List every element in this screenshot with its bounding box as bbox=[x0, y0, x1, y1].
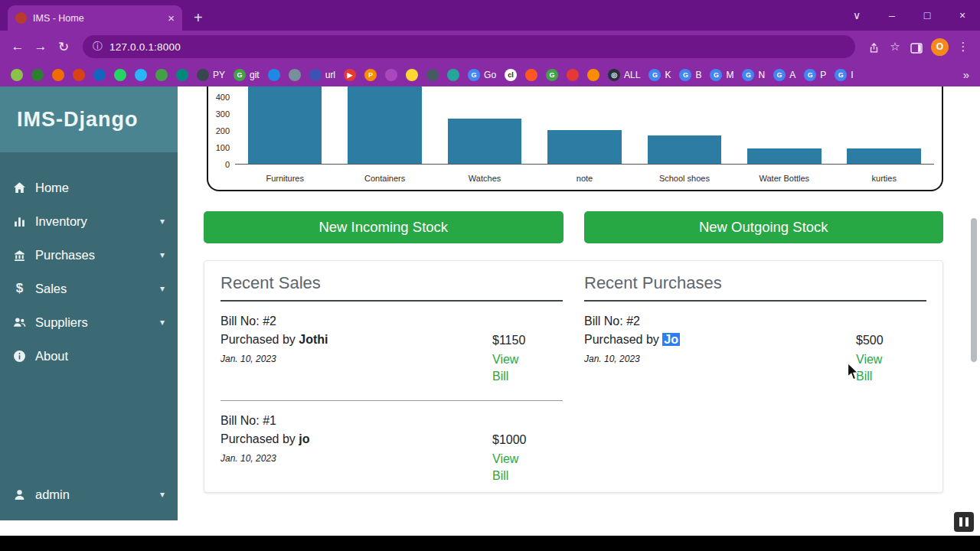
menu-dots-icon[interactable]: ⋮ bbox=[952, 40, 974, 54]
bookmark-item[interactable] bbox=[135, 69, 147, 81]
bookmark-item[interactable]: GI bbox=[835, 69, 853, 81]
forward-icon[interactable]: → bbox=[29, 35, 52, 58]
dollar-icon: $ bbox=[13, 281, 26, 296]
bookmark-item[interactable]: ◎ALL bbox=[608, 69, 640, 81]
sidebar-item-about[interactable]: About bbox=[0, 339, 178, 373]
chart-ytick-label: 300 bbox=[208, 109, 230, 119]
sidebar-item-home[interactable]: Home bbox=[0, 171, 178, 204]
tab-close-icon[interactable]: × bbox=[168, 12, 175, 24]
bookmark-item[interactable] bbox=[525, 69, 537, 81]
bookmark-favicon-icon: G bbox=[773, 69, 786, 81]
bookmark-item[interactable] bbox=[52, 69, 64, 81]
sidebar-item-admin[interactable]: admin ▾ bbox=[0, 478, 178, 511]
bookmark-item[interactable]: ▶ bbox=[344, 69, 356, 81]
chart-category-label: School shoes bbox=[635, 174, 734, 183]
sidebar-item-label: Suppliers bbox=[35, 315, 88, 330]
bookmark-favicon-icon: ▶ bbox=[344, 69, 356, 81]
bookmark-item[interactable]: P bbox=[364, 69, 377, 81]
bookmark-favicon-icon: G bbox=[710, 69, 722, 81]
bookmark-item[interactable] bbox=[155, 69, 168, 81]
maximize-icon[interactable]: □ bbox=[910, 9, 945, 21]
close-icon[interactable]: × bbox=[945, 9, 980, 21]
address-bar[interactable]: ⓘ 127.0.0.1:8000 bbox=[83, 35, 855, 58]
bookmark-favicon-icon bbox=[268, 69, 280, 81]
bookmark-item[interactable] bbox=[176, 69, 188, 81]
chart-category-label: Furnitures bbox=[235, 174, 335, 183]
minimize-icon[interactable]: – bbox=[874, 9, 910, 21]
bookmark-item[interactable] bbox=[93, 69, 106, 81]
bookmark-item[interactable] bbox=[11, 69, 23, 81]
bookmark-item[interactable] bbox=[385, 69, 397, 81]
bookmark-item[interactable] bbox=[289, 69, 301, 81]
bookmark-item[interactable]: G bbox=[546, 69, 558, 81]
bookmark-favicon-icon bbox=[52, 69, 64, 81]
chart-bar bbox=[448, 119, 522, 164]
bookmark-item[interactable]: GGo bbox=[468, 69, 496, 81]
sidebar-item-suppliers[interactable]: Suppliers ▾ bbox=[0, 305, 178, 339]
side-panel-icon[interactable] bbox=[906, 40, 927, 53]
bookmark-favicon-icon bbox=[289, 69, 301, 81]
bookmark-item[interactable] bbox=[567, 69, 579, 81]
bookmark-label: ALL bbox=[624, 70, 640, 80]
home-icon bbox=[13, 181, 26, 194]
mouse-cursor bbox=[847, 362, 861, 385]
browser-window: IMS - Home × + ∨ – □ × ← → ↻ ⓘ 127.0.0.1… bbox=[0, 0, 980, 536]
scrollbar-thumb[interactable] bbox=[971, 218, 977, 362]
bookmark-item[interactable]: GK bbox=[648, 69, 671, 81]
profile-avatar[interactable]: O bbox=[931, 38, 949, 56]
pause-button[interactable] bbox=[954, 512, 974, 532]
bookmark-favicon-icon: P bbox=[364, 69, 377, 81]
row-separator bbox=[220, 400, 563, 401]
view-bill-link[interactable]: View Bill bbox=[492, 451, 528, 484]
sidebar-item-purchases[interactable]: Purchases ▾ bbox=[0, 238, 178, 272]
app-sidebar: IMS-Django Home Inventory ▾ Purchases ▾ … bbox=[0, 86, 178, 520]
bookmark-favicon-icon: G bbox=[679, 69, 691, 81]
sale-date: Jan. 10, 2023 bbox=[220, 453, 310, 464]
bookmark-item[interactable] bbox=[114, 69, 126, 81]
bookmark-item[interactable]: cl bbox=[505, 69, 517, 81]
tab-search-chevron-icon[interactable]: ∨ bbox=[839, 9, 874, 21]
bookmark-item[interactable]: Ggit bbox=[234, 69, 260, 81]
bookmark-item[interactable] bbox=[587, 69, 599, 81]
view-bill-link[interactable]: View Bill bbox=[856, 351, 891, 385]
bookmarks-overflow-icon[interactable]: » bbox=[963, 68, 969, 81]
bookmark-favicon-icon: ◎ bbox=[608, 69, 620, 81]
chart-bar bbox=[348, 86, 422, 164]
bill-number: Bill No: #2 bbox=[220, 315, 328, 328]
bookmark-label: url bbox=[325, 70, 335, 80]
bookmark-item[interactable] bbox=[73, 69, 85, 81]
back-icon[interactable]: ← bbox=[6, 35, 29, 58]
view-bill-link[interactable]: View Bill bbox=[492, 351, 528, 385]
new-incoming-stock-button[interactable]: New Incoming Stock bbox=[204, 211, 564, 243]
amount-cell: $1000 View Bill bbox=[492, 414, 563, 484]
chart-xlabels: FurnituresContainersWatchesnoteSchool sh… bbox=[235, 174, 934, 183]
bookmark-favicon-icon bbox=[155, 69, 168, 81]
site-info-icon[interactable]: ⓘ bbox=[93, 40, 103, 54]
bookmark-item[interactable] bbox=[31, 69, 44, 81]
bookmark-item[interactable]: url bbox=[309, 69, 335, 81]
bookmark-label: Go bbox=[484, 70, 496, 80]
new-outgoing-stock-button[interactable]: New Outgoing Stock bbox=[584, 211, 944, 243]
browser-tab[interactable]: IMS - Home × bbox=[8, 5, 182, 31]
share-icon[interactable] bbox=[863, 40, 884, 54]
bookmark-favicon-icon: G bbox=[742, 69, 754, 81]
sidebar-item-sales[interactable]: $ Sales ▾ bbox=[0, 272, 178, 305]
bookmark-item[interactable]: GB bbox=[679, 69, 701, 81]
bookmark-item[interactable] bbox=[268, 69, 280, 81]
bookmark-label: N bbox=[758, 70, 765, 80]
bookmark-item[interactable]: GN bbox=[742, 69, 765, 81]
bookmark-item[interactable] bbox=[406, 69, 418, 81]
chart-category-label: note bbox=[534, 174, 634, 183]
bookmark-item[interactable] bbox=[426, 69, 439, 81]
bookmark-item[interactable] bbox=[447, 69, 459, 81]
bookmark-item[interactable]: PY bbox=[197, 69, 225, 81]
bookmark-star-icon[interactable]: ☆ bbox=[884, 40, 906, 54]
tab-title: IMS - Home bbox=[33, 13, 162, 24]
bookmark-item[interactable]: GP bbox=[804, 69, 826, 81]
title-rule bbox=[584, 300, 926, 302]
sidebar-item-inventory[interactable]: Inventory ▾ bbox=[0, 204, 178, 238]
reload-icon[interactable]: ↻ bbox=[52, 35, 75, 58]
bookmark-item[interactable]: GM bbox=[710, 69, 733, 81]
bookmark-item[interactable]: GA bbox=[773, 69, 795, 81]
new-tab-button[interactable]: + bbox=[194, 10, 203, 25]
